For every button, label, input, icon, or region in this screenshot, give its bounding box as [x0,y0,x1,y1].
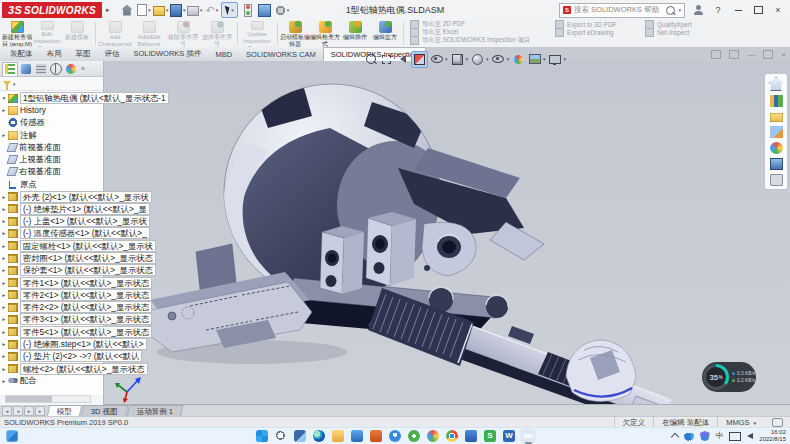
tree-item[interactable]: ▸ 零件1<1> (默认<<默认>_显示状态 [0,276,103,288]
ribbon-tab[interactable]: 装配体 [3,47,40,61]
tree-item[interactable]: ▸ (-) 温度传感器<1> (默认<<默认>_ [0,227,103,239]
ribbon-button[interactable]: 编辑操作 [340,20,370,47]
ribbon-button[interactable]: 编辑检查方式 [310,20,340,47]
hidden-icons-chevron-icon[interactable] [671,433,679,441]
tree-item[interactable]: ▸ (-) 上盖<1> (默认<<默认>_显示状 [0,215,103,227]
tree-item[interactable]: ▸ 配合 [0,375,103,387]
ribbon-button[interactable]: 新建检查项目 (amp;M) [2,20,32,47]
tree-root-item[interactable]: ▾ 1型铝轴热电偶 (默认<默认_显示状态-1 [0,92,103,104]
ribbon-menu-item[interactable]: QualityXpert [645,21,692,28]
tree-item[interactable]: ▸ 密封圈<1> (默认<<默认>_显示状态 [0,252,103,264]
ribbon-menu-item[interactable]: 导出至 SOLIDWORKS Inspection 项目 [410,37,530,44]
rebuild-button[interactable] [240,3,255,17]
taskbar-app-icon[interactable] [370,430,382,442]
section-view-button[interactable] [411,51,428,68]
resources-home-icon[interactable] [769,77,784,91]
tree-filter-row[interactable]: ▾ [0,77,103,91]
tree-item[interactable]: ▸ (-) 垫片 (2)<2> ->? (默认<<默认 [0,350,103,362]
display-style-button[interactable] [470,52,485,67]
forum-icon[interactable] [770,174,783,186]
ribbon-menu-item[interactable]: Net-Inspect [645,29,692,36]
taskbar-app-icon[interactable]: S [484,430,496,442]
doc-close-icon[interactable]: × [781,50,786,59]
ribbon-button[interactable]: Add/Edit Balloons [132,20,166,47]
taskbar-app-icon[interactable] [332,430,344,442]
taskbar-app-icon[interactable] [465,430,477,442]
sign-in-button[interactable] [691,4,705,16]
tree-item[interactable]: 原点 [0,178,103,190]
file-properties-button[interactable] [257,3,272,17]
tree-item[interactable]: 前视基准面 [0,141,103,153]
onedrive-icon[interactable] [684,431,694,441]
tree-item[interactable]: 传感器 [0,117,103,129]
taskbar-app-icon[interactable] [389,430,401,442]
expand-arrow-icon[interactable]: ▸ [0,230,8,236]
save-button[interactable]: ▾ [170,3,185,17]
tree-item[interactable]: 上视基准面 [0,153,103,165]
apply-scene-button[interactable] [527,52,542,67]
scrollbar-thumb[interactable] [6,396,52,402]
expand-arrow-icon[interactable]: ▸ [0,255,8,261]
ribbon-tab[interactable]: MBD [208,47,239,61]
ribbon-menu-item[interactable]: 导出至 Excel [410,29,530,36]
expand-arrow-icon[interactable]: ▾ [0,95,8,101]
ime-indicator[interactable]: 中 [716,431,724,441]
widgets-icon[interactable] [6,430,18,442]
ribbon-button[interactable]: 移除零件序号 [166,20,200,47]
model-3d[interactable] [104,61,790,405]
tab-configuration-manager[interactable] [34,62,48,75]
open-button[interactable]: ▾ [153,3,168,17]
tree-item[interactable]: ▸ (-) 绝缘垫片<1> (默认<<默认>_显 [0,203,103,215]
expand-arrow-icon[interactable]: ▸ [0,304,8,310]
ribbon-button[interactable]: 编辑监方 [370,20,400,47]
ribbon-menu-item[interactable]: Export to 3D PDF [555,21,616,28]
ribbon-tab[interactable]: 草图 [69,47,98,61]
expand-arrow-icon[interactable]: ▸ [0,292,8,298]
edit-appearance-button[interactable] [511,52,526,67]
tree-item[interactable]: ▸ (-) 绝缘圈.step<1> (默认<<默认> [0,338,103,350]
hide-show-items-button[interactable] [491,52,506,67]
ribbon-tab[interactable]: SOLIDWORKS CAM [239,47,323,61]
expand-arrow-icon[interactable]: ▸ [0,132,8,138]
print-button[interactable]: ▾ [187,3,202,17]
tree-item[interactable]: 右视基准面 [0,166,103,178]
expand-arrow-icon[interactable]: ▸ [0,267,8,273]
tab-property-manager[interactable] [19,62,33,75]
display-tray-icon[interactable] [729,432,741,441]
zoom-to-fit-button[interactable] [363,52,378,67]
expand-arrow-icon[interactable]: ▸ [0,341,8,347]
expand-arrow-icon[interactable]: ▸ [0,329,8,335]
view-orientation-button[interactable] [450,52,465,67]
doc-restore-icon[interactable] [763,50,773,59]
tree-item[interactable]: ▸ 零件5<1> (默认<<默认>_显示状态 [0,326,103,338]
ribbon-button[interactable]: 选择零件序号 [200,20,234,47]
more-tabs-chevron-icon[interactable]: » [81,65,85,72]
tree-item[interactable]: ▸ 外壳 (2)<1> (默认<<默认>_显示状 [0,190,103,202]
ribbon-menu-item[interactable]: Export eDrawing [555,29,616,36]
tab-featuremanager-tree[interactable] [2,62,18,76]
design-library-icon[interactable] [770,95,783,107]
expand-arrow-icon[interactable]: ▸ [0,378,8,384]
restore-button[interactable] [751,4,765,16]
custom-properties-icon[interactable] [770,158,783,170]
dynamic-annotation-button[interactable] [429,52,444,67]
ribbon-button[interactable]: Edit Inspection Project [32,20,62,47]
help-search-input[interactable]: S 搜索 SOLIDWORKS 帮助 ▾ [559,3,685,18]
expand-arrow-icon[interactable]: ▸ [0,218,8,224]
menu-expand-arrow-icon[interactable]: ▸ [106,6,110,14]
file-explorer-icon[interactable] [770,113,783,122]
expand-arrow-icon[interactable]: ▸ [0,280,8,286]
expand-arrow-icon[interactable]: ▸ [0,107,8,113]
ribbon-tab[interactable]: 布局 [40,47,69,61]
taskbar-app-icon[interactable]: SW [522,430,534,442]
expand-arrow-icon[interactable]: ▸ [0,366,8,372]
taskbar-app-icon[interactable] [313,430,325,442]
select-tool-button[interactable]: ▾ [221,2,238,18]
prev-tab-arrow-icon[interactable]: ◂ [13,406,23,416]
view-settings-button[interactable] [548,52,563,67]
previous-view-button[interactable] [395,52,410,67]
taskbar-app-icon[interactable]: W [503,430,515,442]
comment-bubble-icon[interactable] [772,418,783,427]
taskbar-app-icon[interactable] [351,430,363,442]
first-tab-arrow-icon[interactable]: ◂ [2,406,12,416]
